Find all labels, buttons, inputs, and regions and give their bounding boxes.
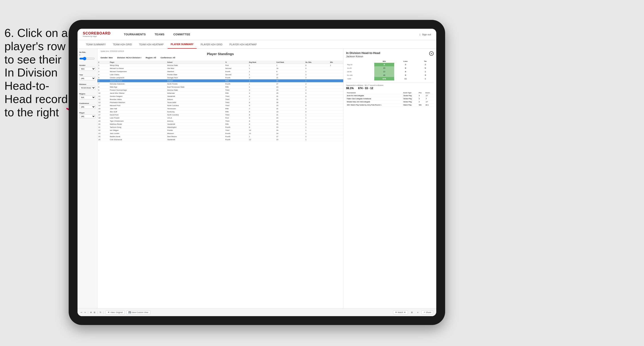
table-row[interactable]: 20 Matthew Riedel Vanderbilt Fifth 8 21 …: [98, 123, 343, 126]
table-row[interactable]: 12 Brendan Valles Auburn Third 7 21 1: [98, 98, 343, 101]
nav-tournaments[interactable]: TOURNAMENTS: [120, 29, 150, 40]
table-row[interactable]: 22 Ian Gilligan Florida Third 10 24 1: [98, 129, 343, 132]
table-row[interactable]: 14 Maxwell Ford North Carolina Third 6 2…: [98, 104, 343, 107]
table-row[interactable]: 24 Bastien Amat New Mexico Fourth 1 27 2: [98, 135, 343, 138]
gender-select[interactable]: Men Women: [79, 67, 96, 71]
table-row[interactable]: 19 Tiger Christensen Arizona Third 8 23 …: [98, 120, 343, 123]
table-row[interactable]: 11 Gordon Sargent Vanderbilt Third 4 21 …: [98, 95, 343, 98]
cell-rds: 8: [304, 64, 329, 67]
cell-reg: 1: [248, 64, 276, 67]
cell-player: Preston Summerhays: [109, 89, 166, 92]
tournament-row[interactable]: Mirabel Maui Jim Intercollegiate Stroke …: [346, 100, 434, 103]
table-row[interactable]: 6 Jackson Koivun Auburn First 1 21 1: [98, 79, 343, 82]
h2h-row-11-25[interactable]: 11-25 20 9 5: [346, 66, 434, 70]
sign-out-link[interactable]: Sign out: [422, 33, 431, 36]
cell-win: [329, 113, 343, 117]
tournament-row[interactable]: SEC Match Play hosted by Jerry Pata Roun…: [346, 103, 434, 107]
cell-school: Florida: [166, 129, 224, 132]
wlt-record: 674 - 33 - 12: [358, 87, 373, 90]
h2h-close-button[interactable]: ✕: [429, 51, 434, 56]
table-row[interactable]: 15 Jake Hall Tennessee Fifth 7 21 1: [98, 107, 343, 110]
cell-school: Stanford: [166, 70, 224, 73]
cell-reg: 9: [248, 117, 276, 120]
nav-teams[interactable]: TEAMS: [150, 29, 169, 40]
cell-rds: 1: [304, 79, 329, 82]
table-row[interactable]: 10 Jacob Moc Obiese Arkansas Fifth 4 25 …: [98, 92, 343, 95]
year-label: Year: [79, 74, 96, 76]
cell-player: Matthew Riedel: [109, 123, 166, 126]
year-select[interactable]: (All): [79, 76, 96, 80]
tab-player-summary[interactable]: PLAYER SUMMARY: [168, 40, 197, 49]
cell-rds: 2: [304, 86, 329, 89]
player-select[interactable]: (All): [79, 115, 96, 118]
cell-yr: Third: [224, 89, 248, 92]
cell-num: 21: [98, 126, 109, 129]
h2h-row-100plus[interactable]: >100 578 11 1: [346, 77, 434, 80]
copy-icon[interactable]: ⊕: [90, 311, 92, 314]
table-scroll[interactable]: # Player School Yr Reg Rank Conf Rank No…: [98, 61, 343, 308]
table-row[interactable]: 13 Phichaksn Maichon Texas A&M Third 6 3…: [98, 101, 343, 104]
table-row[interactable]: 7 Nicholas Gabrelcik North Florida Fourt…: [98, 82, 343, 86]
tab-team-h2h-heatmap[interactable]: TEAM H2H HEATMAP: [136, 40, 167, 49]
cell-num: 3: [98, 70, 109, 73]
toolbar-icon-1[interactable]: ⊞: [410, 311, 414, 314]
table-row[interactable]: 23 Jack Lundin Missouri Fourth 11 24 1: [98, 132, 343, 135]
h2h-row-top10[interactable]: Top 10 8 3 2: [346, 63, 434, 66]
table-row[interactable]: 8 Mats Ege East Tennessee State Fifth 1 …: [98, 86, 343, 89]
toolbar-icon-2[interactable]: ≡: [416, 311, 420, 314]
cell-conf: 23: [276, 104, 304, 107]
cell-conf: 24: [276, 132, 304, 135]
table-row[interactable]: 1 Wenyi Ding Arizona State First 1 1 8 1: [98, 64, 343, 67]
table-row[interactable]: 25 Cole Sherwood Vanderbilt Fourth 12 23…: [98, 138, 343, 141]
undo-icon[interactable]: ↩: [80, 311, 82, 314]
region-select[interactable]: N/A: [79, 96, 96, 99]
redo-icon[interactable]: ↪: [84, 311, 86, 314]
cell-conf: 21: [276, 95, 304, 98]
h2h-row-26-50[interactable]: 26-50 22 4 1: [346, 70, 434, 73]
cell-win: [329, 79, 343, 82]
table-row[interactable]: 4 Luke Claton Florida State Second 1 27 …: [98, 73, 343, 76]
cell-num: 24: [98, 135, 109, 138]
table-row[interactable]: 9 Preston Summerhays Arizona State Third…: [98, 89, 343, 92]
tab-player-h2h-grid[interactable]: PLAYER H2H GRID: [198, 40, 226, 49]
save-custom-btn[interactable]: 💾 Save Custom View: [126, 310, 150, 314]
cell-win: [329, 86, 343, 89]
division-select[interactable]: NCAA Division I: [79, 86, 96, 90]
table-row[interactable]: 21 Taehoon Song Washington Fourth 6 23 1: [98, 126, 343, 129]
view-icon: 👁: [108, 311, 110, 314]
nav-committee[interactable]: COMMITTEE: [169, 29, 195, 40]
refresh-icon[interactable]: ↻: [100, 311, 102, 314]
table-title: Player Standings: [100, 52, 340, 56]
players-table: # Player School Yr Reg Rank Conf Rank No…: [98, 61, 343, 141]
instruction-text: 6. Click on a player's row to see their …: [0, 26, 69, 119]
player-label: Player: [79, 112, 96, 114]
share-btn[interactable]: ↗ Share: [422, 310, 433, 314]
tournament-row[interactable]: Fallen Oak Collegiate Invitational Strok…: [346, 97, 434, 100]
table-row[interactable]: 3 Michael Thorbjornsen Stanford Fourth 1…: [98, 70, 343, 73]
tournament-row[interactable]: Amer An Intercollegiate Stroke Play 4 -1…: [346, 94, 434, 97]
table-row[interactable]: 5 Christo Lamprecht Georgia Tech Fourth …: [98, 76, 343, 79]
t-cell-pos: 2: [418, 97, 425, 100]
conference-select[interactable]: (All): [79, 105, 96, 109]
tab-team-summary[interactable]: TEAM SUMMARY: [83, 40, 109, 49]
paste-icon[interactable]: ⊞: [94, 311, 96, 314]
table-row[interactable]: 17 David Ford North Carolina Third 8 21 …: [98, 113, 343, 117]
tournament-header-row: Tournament Event Type Pos Score: [346, 92, 434, 94]
cell-reg: 8: [248, 113, 276, 117]
tab-player-h2h-heatmap[interactable]: PLAYER H2H HEATMAP: [226, 40, 260, 49]
view-original-btn[interactable]: 👁 View: Original: [106, 310, 124, 314]
table-area: Update time: 27/03/2024 16:56:26 Player …: [98, 49, 343, 308]
watch-btn[interactable]: 👁 Watch ▼: [393, 310, 408, 314]
cell-school: East Tennessee State: [166, 86, 224, 89]
tab-team-h2h-grid[interactable]: TEAM H2H GRID: [110, 40, 135, 49]
table-row[interactable]: 16 Alex Guff Kentucky Fifth 8 19 0: [98, 110, 343, 113]
cell-reg: 1: [248, 79, 276, 82]
table-row[interactable]: 2 Michael La Sasse Ole Miss Second 1 18 …: [98, 67, 343, 70]
update-time: Update time: 27/03/2024 16:56:26: [100, 50, 340, 52]
h2h-row-51-100[interactable]: 51-100 46 6 3: [346, 73, 434, 77]
watch-icon: 👁: [395, 311, 397, 314]
no-rds-slider[interactable]: [79, 57, 95, 60]
table-row[interactable]: 18 Luke Powell UCLA First 9 24 1: [98, 117, 343, 120]
cell-win: [329, 76, 343, 79]
t-cell-type: Stroke Play: [402, 100, 418, 103]
